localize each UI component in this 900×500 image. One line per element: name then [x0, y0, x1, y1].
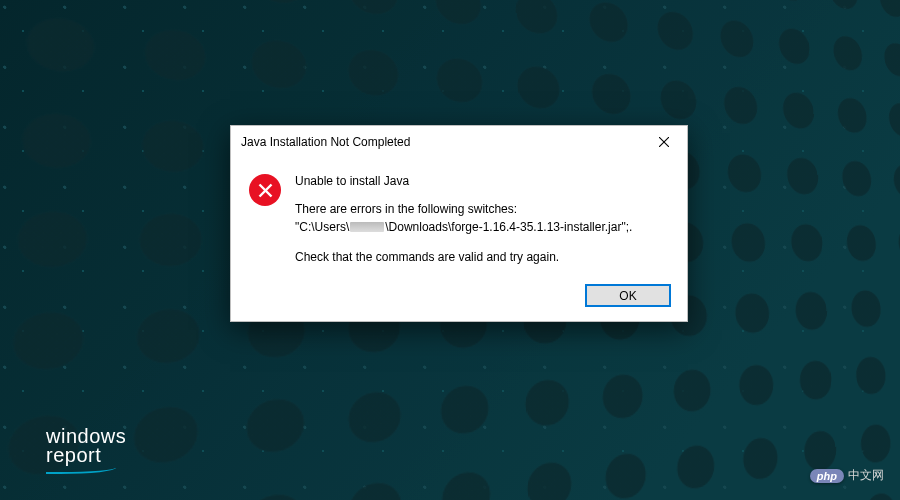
path-suffix: \Downloads\forge-1.16.4-35.1.13-installe… [385, 218, 632, 236]
php-text: 中文网 [848, 467, 884, 484]
dialog-body: Unable to install Java There are errors … [231, 158, 687, 274]
message-path: "C:\Users\ \Downloads\forge-1.16.4-35.1.… [295, 218, 632, 236]
ok-button-label: OK [619, 289, 636, 303]
logo-line-1: windows [46, 427, 126, 445]
error-dialog: Java Installation Not Completed Unable t… [230, 125, 688, 322]
message-check: Check that the commands are valid and tr… [295, 248, 632, 266]
logo-swoosh-icon [46, 466, 116, 474]
php-cn-watermark: php 中文网 [810, 467, 884, 484]
close-button[interactable] [649, 130, 679, 154]
close-icon [659, 137, 669, 147]
dialog-message: Unable to install Java There are errors … [295, 172, 632, 266]
dialog-title: Java Installation Not Completed [241, 135, 410, 149]
dialog-titlebar: Java Installation Not Completed [231, 126, 687, 158]
path-prefix: "C:\Users\ [295, 218, 349, 236]
error-icon [249, 174, 281, 206]
message-heading: Unable to install Java [295, 172, 632, 190]
message-errors-intro: There are errors in the following switch… [295, 200, 632, 218]
windows-report-logo: windows report [46, 427, 126, 474]
dialog-actions: OK [231, 274, 687, 321]
logo-line-2: report [46, 446, 126, 464]
ok-button[interactable]: OK [585, 284, 671, 307]
redacted-username [350, 222, 384, 232]
php-pill: php [810, 469, 844, 483]
